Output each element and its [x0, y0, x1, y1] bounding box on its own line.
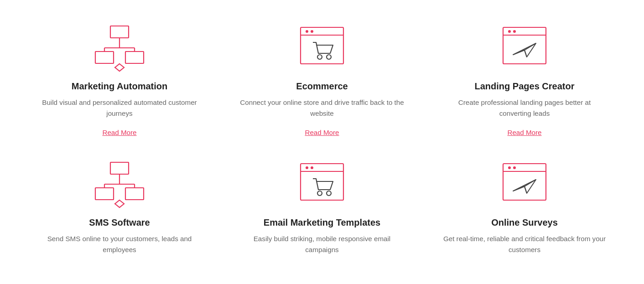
card-desc: Create professional landing pages better…	[441, 97, 608, 119]
svg-point-10	[306, 30, 308, 33]
card-title: Online Surveys	[491, 217, 558, 228]
svg-point-16	[508, 30, 511, 33]
card-desc: Easily build striking, mobile responsive…	[239, 233, 405, 256]
svg-line-19	[525, 50, 527, 57]
svg-rect-2	[125, 52, 144, 63]
svg-rect-23	[125, 188, 144, 200]
card-ecommerce: Ecommerce Connect your online store and …	[221, 14, 423, 150]
card-sms-software: SMS Software Send SMS online to your cus…	[18, 150, 221, 279]
card-marketing-automation: Marketing Automation Build visual and pe…	[18, 14, 221, 150]
svg-point-38	[513, 166, 516, 169]
card-landing-pages: Landing Pages Creator Create professiona…	[423, 14, 626, 150]
automation-icon	[92, 23, 147, 73]
card-desc: Build visual and personalized automated …	[36, 97, 203, 119]
svg-line-41	[525, 180, 536, 186]
svg-marker-28	[115, 200, 124, 207]
svg-point-31	[306, 166, 308, 169]
paper-plane-icon	[497, 159, 552, 209]
svg-line-40	[525, 186, 527, 193]
svg-rect-0	[110, 26, 129, 38]
card-title: Ecommerce	[296, 81, 348, 92]
svg-point-34	[327, 191, 331, 196]
svg-rect-21	[110, 162, 129, 174]
svg-point-12	[317, 55, 322, 59]
svg-point-17	[513, 30, 516, 33]
svg-point-32	[311, 166, 313, 169]
svg-point-11	[311, 30, 313, 33]
card-title: SMS Software	[89, 217, 150, 228]
cart-icon	[295, 23, 349, 73]
card-desc: Send SMS online to your customers, leads…	[36, 233, 203, 256]
features-grid: Marketing Automation Build visual and pe…	[0, 0, 644, 283]
card-online-surveys: Online Surveys Get real-time, reliable a…	[423, 150, 626, 279]
cart-icon	[295, 159, 349, 209]
card-email-marketing: Email Marketing Templates Easily build s…	[221, 150, 423, 279]
svg-point-13	[327, 55, 331, 59]
svg-rect-1	[95, 52, 114, 63]
svg-marker-7	[115, 64, 124, 71]
card-desc: Connect your online store and drive traf…	[239, 97, 405, 119]
svg-line-20	[525, 43, 536, 50]
svg-rect-14	[503, 27, 546, 64]
read-more-link[interactable]: Read More	[507, 129, 541, 136]
read-more-link[interactable]: Read More	[305, 129, 339, 136]
svg-rect-35	[503, 164, 546, 200]
svg-point-37	[508, 166, 511, 169]
card-desc: Get real-time, reliable and critical fee…	[441, 233, 608, 256]
automation-icon	[92, 159, 147, 209]
card-title: Landing Pages Creator	[475, 81, 575, 92]
svg-point-33	[317, 191, 322, 196]
svg-rect-22	[95, 188, 114, 200]
card-title: Email Marketing Templates	[264, 217, 380, 228]
paper-plane-icon	[497, 23, 552, 73]
read-more-link[interactable]: Read More	[102, 129, 136, 136]
card-title: Marketing Automation	[72, 81, 167, 92]
